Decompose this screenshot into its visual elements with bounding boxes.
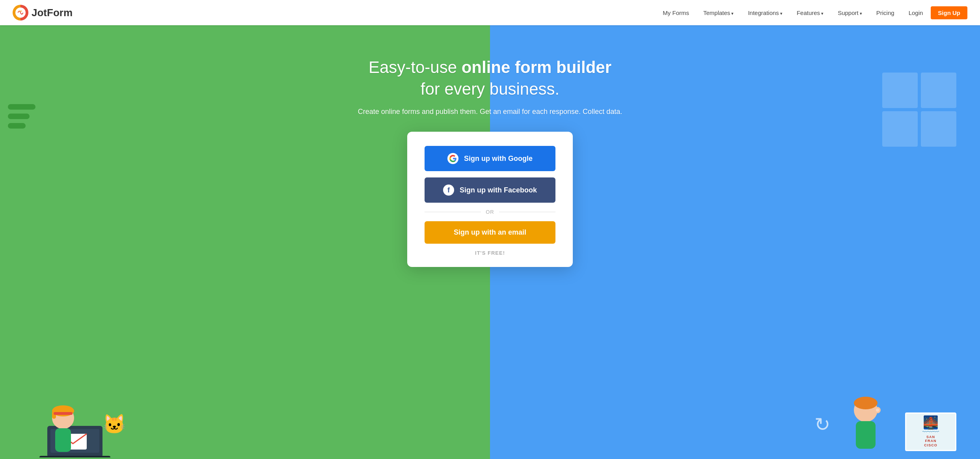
hero-content: Easy-to-use online form builder for ever…	[0, 25, 980, 267]
nav-support[interactable]: Support	[831, 6, 868, 19]
or-divider: OR	[425, 209, 555, 215]
reload-icon: ↻	[814, 413, 830, 435]
svg-point-13	[876, 409, 879, 412]
svg-point-11	[854, 397, 878, 409]
character-right	[842, 379, 889, 459]
signup-facebook-button[interactable]: f Sign up with Facebook	[425, 177, 555, 203]
svg-rect-9	[55, 428, 71, 452]
nav-login[interactable]: Login	[902, 6, 930, 19]
nav-links: My Forms Templates Integrations Features…	[656, 6, 967, 19]
logo-icon	[13, 5, 28, 21]
signup-card: Sign up with Google f Sign up with Faceb…	[407, 132, 573, 267]
nav-my-forms[interactable]: My Forms	[656, 6, 695, 19]
signup-email-button[interactable]: Sign up with an email	[425, 221, 555, 244]
facebook-icon: f	[443, 185, 454, 196]
postcard-water-icon: 〰〰〰	[909, 429, 953, 435]
its-free-label: IT'S FREE!	[425, 250, 555, 256]
or-label: OR	[486, 209, 494, 215]
postcard-city-label: SANFRANCISCO	[909, 435, 953, 448]
signup-email-label: Sign up with an email	[454, 228, 526, 237]
signup-facebook-label: Sign up with Facebook	[460, 186, 537, 194]
svg-rect-8	[54, 412, 73, 415]
svg-rect-3	[39, 456, 110, 457]
nav-templates[interactable]: Templates	[697, 6, 740, 19]
svg-rect-14	[856, 421, 876, 449]
headline-suffix: for every business.	[421, 80, 560, 98]
hero-section: Easy-to-use online form builder for ever…	[0, 25, 980, 459]
logo-text: JotForm	[32, 7, 73, 19]
headline-normal: Easy-to-use	[369, 58, 462, 76]
nav-pricing[interactable]: Pricing	[870, 6, 901, 19]
google-icon	[447, 153, 458, 164]
cat-decoration: 🐱	[102, 413, 126, 435]
headline-bold: online form builder	[462, 58, 611, 76]
nav-integrations[interactable]: Integrations	[742, 6, 788, 19]
postcard-bridge-icon: 🌉	[909, 416, 953, 429]
hero-headline: Easy-to-use online form builder for ever…	[369, 57, 611, 100]
postcard-box: 🌉 〰〰〰 SANFRANCISCO	[905, 412, 956, 451]
hero-subtext: Create online forms and publish them. Ge…	[358, 108, 622, 116]
sf-postcard: 🌉 〰〰〰 SANFRANCISCO	[905, 412, 956, 451]
nav-signup[interactable]: Sign Up	[931, 6, 967, 19]
signup-google-button[interactable]: Sign up with Google	[425, 146, 555, 171]
signup-google-label: Sign up with Google	[464, 155, 533, 163]
logo-area[interactable]: JotForm	[13, 5, 73, 21]
navbar: JotForm My Forms Templates Integrations …	[0, 0, 980, 25]
nav-features[interactable]: Features	[790, 6, 830, 19]
